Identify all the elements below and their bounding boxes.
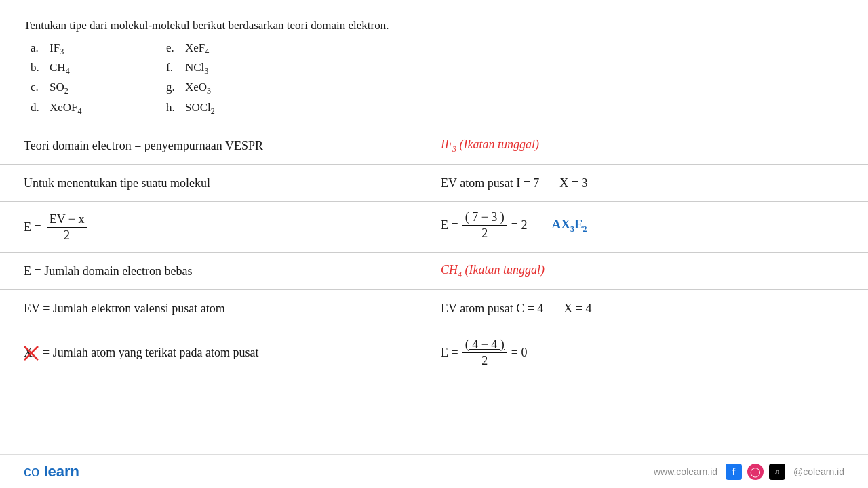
molecule-item-b: b. CH4	[31, 61, 166, 77]
molecule-item-e: e. XeF4	[166, 41, 302, 57]
ax3e2-label: AX3E2	[551, 217, 587, 235]
row3-right: E = ( 7 − 3 ) 2 = 2 AX3E2	[420, 202, 868, 252]
x-3-text: X = 3	[559, 176, 587, 190]
molecule-item-f: f. NCl3	[166, 61, 302, 77]
ev-x-fraction: EV − x 2	[47, 212, 87, 243]
e-calc-prefix: E =	[441, 218, 458, 232]
row1-left: Teori domain electron = penyempurnaan VE…	[0, 127, 420, 164]
molecule-f: NCl3	[185, 61, 208, 77]
footer: co learn www.colearn.id f ◯ ♫ @colearn.i…	[0, 454, 868, 488]
logo-co: co	[24, 463, 39, 480]
row-3: E = EV − x 2 E = ( 7 − 3 ) 2 = 2 AX3E2	[0, 202, 868, 253]
row-5: EV = Jumlah elektron valensi pusat atom …	[0, 290, 868, 327]
molecule-b: CH4	[50, 61, 70, 77]
social-icons: f ◯ ♫	[726, 464, 785, 480]
e-calc2-line: E = ( 4 − 4 ) 2 = 0	[441, 338, 527, 368]
instagram-icon: ◯	[747, 464, 764, 480]
e-formula: E = EV − x 2	[24, 212, 87, 243]
ch4-header: CH4 (Ikatan tunggal)	[441, 263, 545, 280]
calc2-top: ( 4 − 4 )	[462, 338, 507, 353]
ev-c-text: EV atom pusat C = 4	[441, 302, 543, 316]
row-1: Teori domain electron = penyempurnaan VE…	[0, 127, 868, 165]
label-g: g.	[166, 81, 180, 94]
calc-fraction: ( 7 − 3 ) 2	[462, 210, 507, 241]
row1-right: IF3 (Ikatan tunggal)	[420, 127, 868, 164]
row2-left: Untuk menentukan tipe suatu molekul	[0, 165, 420, 201]
e-calc-line: E = ( 7 − 3 ) 2 = 2 AX3E2	[441, 210, 587, 241]
molecule-item-g: g. XeO3	[166, 81, 302, 96]
molecule-item-d: d. XeOF4	[31, 101, 166, 117]
molecule-item-a: a. IF3	[31, 41, 166, 57]
row4-right: CH4 (Ikatan tunggal)	[420, 253, 868, 289]
label-a: a.	[31, 41, 44, 55]
label-d: d.	[31, 101, 44, 115]
fraction-top: EV − x	[47, 212, 87, 228]
e-domain-text: E = Jumlah domain electron bebas	[24, 264, 193, 279]
label-e: e.	[166, 41, 180, 55]
molecule-item-h: h. SOCl2	[166, 101, 302, 117]
ev-definition: EV = Jumlah elektron valensi pusat atom	[24, 302, 225, 316]
molecule-h: SOCl2	[185, 101, 215, 117]
question-intro: Tentukan tipe dari molekul-molekul berik…	[24, 17, 844, 35]
label-f: f.	[166, 61, 180, 75]
fraction-bottom: 2	[61, 228, 73, 243]
website-url: www.colearn.id	[654, 466, 717, 477]
social-handle: @colearn.id	[793, 466, 844, 477]
tiktok-icon: ♫	[769, 464, 785, 480]
x-definition-row: X = Jumlah atom yang terikat pada atom p…	[24, 346, 259, 361]
colearn-logo: co learn	[24, 463, 79, 481]
row5-left: EV = Jumlah elektron valensi pusat atom	[0, 290, 420, 327]
menentukan-text: Untuk menentukan tipe suatu molekul	[24, 176, 210, 190]
row-2: Untuk menentukan tipe suatu molekul EV a…	[0, 165, 868, 202]
molecule-e: XeF4	[185, 41, 209, 57]
label-c: c.	[31, 81, 44, 94]
cross-svg	[22, 344, 40, 362]
calc2-bot: 2	[479, 353, 490, 368]
question-block: Tentukan tipe dari molekul-molekul berik…	[0, 0, 868, 127]
row6-left: X = Jumlah atom yang terikat pada atom p…	[0, 327, 420, 378]
teori-text: Teori domain electron = penyempurnaan VE…	[24, 139, 263, 153]
e-result2: = 0	[511, 346, 528, 360]
x-4-text: X = 4	[564, 302, 591, 316]
page-content: Tentukan tipe dari molekul-molekul berik…	[0, 0, 868, 378]
row2-right: EV atom pusat I = 7 X = 3	[420, 165, 868, 201]
e-equals: E =	[24, 220, 41, 235]
x-crossed-icon: X	[24, 346, 39, 361]
label-h: h.	[166, 101, 180, 115]
facebook-icon: f	[726, 464, 742, 480]
if3-header: IF3 (Ikatan tunggal)	[441, 138, 539, 155]
row3-left: E = EV − x 2	[0, 202, 420, 252]
row-4: E = Jumlah domain electron bebas CH4 (Ik…	[0, 253, 868, 290]
calc2-fraction: ( 4 − 4 ) 2	[462, 338, 507, 368]
molecule-g: XeO3	[185, 81, 211, 96]
row5-right: EV atom pusat C = 4 X = 4	[420, 290, 868, 327]
e-result: = 2	[511, 218, 528, 232]
footer-right: www.colearn.id f ◯ ♫ @colearn.id	[654, 464, 844, 480]
row6-right: E = ( 4 − 4 ) 2 = 0	[420, 327, 868, 378]
row4-left: E = Jumlah domain electron bebas	[0, 253, 420, 289]
row-6: X = Jumlah atom yang terikat pada atom p…	[0, 327, 868, 378]
molecule-c: SO2	[50, 81, 68, 96]
molecule-d: XeOF4	[50, 101, 82, 117]
molecule-list: a. IF3 e. XeF4 b. CH4 f. NCl3 c. SO2 g.	[31, 41, 844, 117]
x-definition-text: = Jumlah atom yang terikat pada atom pus…	[43, 346, 259, 360]
calc-top: ( 7 − 3 )	[462, 210, 507, 226]
molecule-a: IF3	[50, 41, 64, 57]
logo-learn: learn	[43, 463, 79, 480]
e-calc2-prefix: E =	[441, 346, 458, 360]
molecule-item-c: c. SO2	[31, 81, 166, 96]
calc-bot: 2	[479, 226, 490, 241]
label-b: b.	[31, 61, 44, 75]
ev-i-text: EV atom pusat I = 7	[441, 176, 539, 190]
